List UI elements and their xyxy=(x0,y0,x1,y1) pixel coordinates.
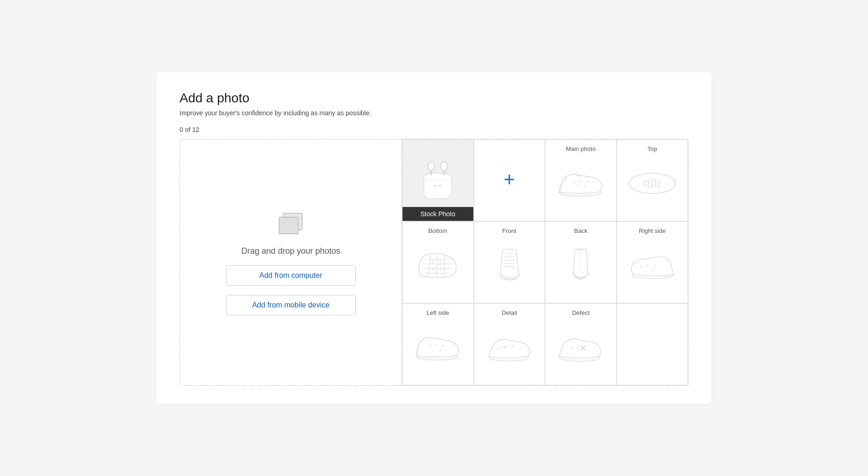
svg-point-8 xyxy=(439,185,441,187)
right-side-label: Right side xyxy=(622,227,683,234)
stock-photo-inner: Stock Photo xyxy=(403,140,473,221)
svg-point-46 xyxy=(429,345,431,347)
photo-grid: Stock Photo + Main photo xyxy=(402,139,688,385)
main-photo-cell[interactable]: Main photo xyxy=(545,139,617,221)
svg-point-7 xyxy=(434,185,437,187)
svg-point-13 xyxy=(584,186,586,188)
defect-image xyxy=(555,319,606,376)
svg-point-45 xyxy=(651,269,653,271)
svg-point-47 xyxy=(435,344,437,346)
stock-photo-label: Stock Photo xyxy=(403,207,473,221)
svg-point-51 xyxy=(511,345,514,347)
page-title: Add a photo xyxy=(180,91,688,106)
front-cell[interactable]: Front xyxy=(474,221,546,303)
defect-label: Defect xyxy=(550,309,612,316)
svg-point-44 xyxy=(654,266,656,268)
right-side-image xyxy=(627,237,678,294)
svg-point-3 xyxy=(428,162,434,171)
main-area: Drag and drop your photos Add from compu… xyxy=(180,139,688,386)
back-cell[interactable]: Back xyxy=(545,221,617,303)
svg-point-5 xyxy=(441,162,447,171)
defect-cell[interactable]: Defect xyxy=(545,303,617,385)
add-more-cell[interactable]: + xyxy=(474,139,546,221)
drop-text: Drag and drop your photos xyxy=(241,246,340,256)
detail-label: Detail xyxy=(479,309,540,316)
bottom-image xyxy=(412,237,463,294)
back-label: Back xyxy=(550,227,612,234)
svg-point-11 xyxy=(580,180,582,182)
back-image xyxy=(564,237,597,294)
detail-image xyxy=(484,319,535,376)
page-subtitle: Improve your buyer's confidence by inclu… xyxy=(180,109,688,117)
page-container: Add a photo Improve your buyer's confide… xyxy=(156,72,712,404)
svg-point-50 xyxy=(503,346,506,349)
svg-point-48 xyxy=(442,345,444,347)
detail-cell[interactable]: Detail xyxy=(474,303,546,385)
plus-icon: + xyxy=(503,169,515,191)
top-image xyxy=(627,155,678,212)
add-from-mobile-button[interactable]: Add from mobile device xyxy=(226,295,356,315)
svg-point-53 xyxy=(570,348,572,350)
top-cell[interactable]: Top xyxy=(617,139,688,221)
left-side-cell[interactable]: Left side xyxy=(402,303,474,385)
drop-icon xyxy=(275,209,307,237)
svg-rect-1 xyxy=(279,217,298,234)
bottom-cell[interactable]: Bottom xyxy=(402,221,474,303)
svg-point-15 xyxy=(629,173,676,194)
bottom-label: Bottom xyxy=(407,227,469,234)
airpods-image xyxy=(410,152,465,208)
front-label: Front xyxy=(479,227,540,234)
right-side-cell[interactable]: Right side xyxy=(617,221,688,303)
main-photo-image xyxy=(555,155,606,212)
svg-point-14 xyxy=(577,185,579,187)
svg-point-42 xyxy=(640,266,642,268)
front-image xyxy=(493,237,526,294)
main-photo-label: Main photo xyxy=(550,145,612,152)
add-from-computer-button[interactable]: Add from computer xyxy=(226,265,356,286)
photo-count: 0 of 12 xyxy=(180,126,688,133)
left-side-image xyxy=(412,319,463,376)
top-label: Top xyxy=(622,145,683,152)
svg-point-43 xyxy=(647,265,649,267)
extra-empty-cell[interactable] xyxy=(617,303,688,385)
svg-point-49 xyxy=(439,350,441,351)
svg-point-52 xyxy=(497,348,499,350)
left-side-label: Left side xyxy=(407,309,469,316)
svg-point-54 xyxy=(577,346,578,348)
stock-photo-cell[interactable]: Stock Photo xyxy=(402,139,474,221)
svg-point-10 xyxy=(573,181,575,183)
drop-zone[interactable]: Drag and drop your photos Add from compu… xyxy=(180,139,402,385)
svg-point-12 xyxy=(587,181,589,183)
